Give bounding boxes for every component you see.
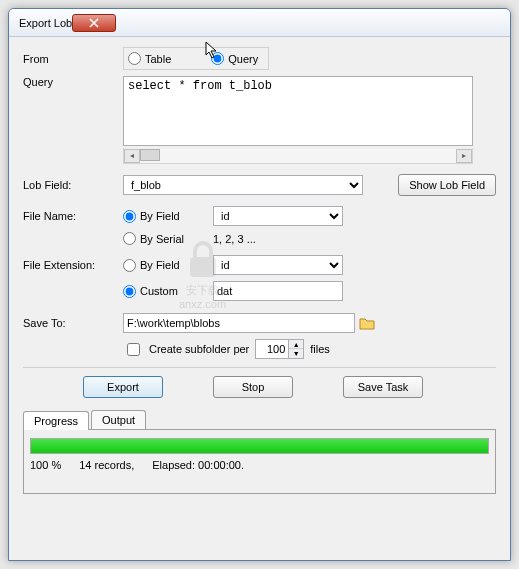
scroll-right-icon[interactable]: ▸	[456, 149, 472, 163]
close-icon	[89, 18, 99, 28]
query-hscrollbar[interactable]: ◂ ▸	[123, 148, 473, 164]
result-tabs: Progress Output	[23, 410, 496, 430]
spinner-down-icon[interactable]: ▼	[289, 349, 303, 358]
browse-folder-button[interactable]	[358, 315, 376, 331]
export-lob-window: Export Lob From Table Query Query ◂ ▸	[8, 8, 511, 561]
ext-custom-input[interactable]	[213, 281, 343, 301]
scroll-left-icon[interactable]: ◂	[124, 149, 140, 163]
dialog-content: From Table Query Query ◂ ▸ Lob Field: f_…	[9, 37, 510, 504]
status-elapsed: Elapsed: 00:00:00.	[152, 459, 244, 471]
titlebar: Export Lob	[9, 9, 510, 37]
tab-progress[interactable]: Progress	[23, 411, 89, 430]
status-percent: 100 %	[30, 459, 61, 471]
subfolder-count-input[interactable]	[255, 339, 289, 359]
window-title: Export Lob	[19, 17, 72, 29]
label-file-name: File Name:	[23, 210, 123, 222]
radio-ext-byfield[interactable]: By Field	[123, 259, 213, 272]
show-lob-field-button[interactable]: Show Lob Field	[398, 174, 496, 196]
progress-panel: 100 % 14 records, Elapsed: 00:00:00.	[23, 430, 496, 494]
export-button[interactable]: Export	[83, 376, 163, 398]
spinner-up-icon[interactable]: ▲	[289, 340, 303, 349]
progress-fill	[31, 439, 488, 453]
ext-field-combo[interactable]: id	[213, 255, 343, 275]
tab-output[interactable]: Output	[91, 410, 146, 429]
label-file-extension: File Extension:	[23, 259, 123, 271]
radio-table[interactable]: Table	[128, 52, 171, 65]
source-radio-group: Table Query	[123, 47, 269, 70]
stop-button[interactable]: Stop	[213, 376, 293, 398]
save-path-input[interactable]	[123, 313, 355, 333]
divider	[23, 367, 496, 368]
folder-icon	[359, 316, 375, 330]
serial-hint: 1, 2, 3 ...	[213, 233, 256, 245]
radio-ext-custom[interactable]: Custom	[123, 285, 213, 298]
progress-bar	[30, 438, 489, 454]
query-textarea[interactable]	[123, 76, 473, 146]
files-label: files	[310, 343, 330, 355]
label-save-to: Save To:	[23, 317, 123, 329]
radio-filename-byserial[interactable]: By Serial	[123, 232, 213, 245]
radio-filename-byfield[interactable]: By Field	[123, 210, 213, 223]
subfolder-checkbox[interactable]	[127, 343, 140, 356]
lob-field-combo[interactable]: f_blob	[123, 175, 363, 195]
scroll-thumb[interactable]	[140, 149, 160, 161]
label-lob-field: Lob Field:	[23, 179, 123, 191]
radio-query[interactable]: Query	[211, 52, 258, 65]
subfolder-label: Create subfolder per	[149, 343, 249, 355]
filename-field-combo[interactable]: id	[213, 206, 343, 226]
label-query: Query	[23, 76, 123, 88]
subfolder-count-spinner[interactable]: ▲▼	[255, 339, 304, 359]
label-from: From	[23, 53, 123, 65]
save-task-button[interactable]: Save Task	[343, 376, 423, 398]
status-records: 14 records,	[79, 459, 134, 471]
close-button[interactable]	[72, 14, 116, 32]
